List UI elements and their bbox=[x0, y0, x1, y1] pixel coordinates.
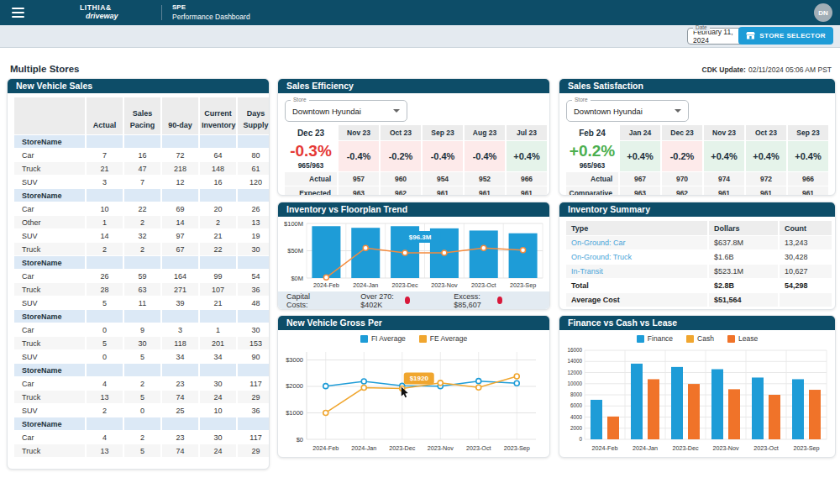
column-header: 90-day bbox=[162, 97, 198, 134]
row-value: 967 bbox=[620, 172, 660, 186]
month-header: Sep 23 bbox=[788, 125, 828, 140]
row-value: 954 bbox=[423, 172, 463, 186]
column-header: Type bbox=[566, 221, 707, 235]
svg-text:16000: 16000 bbox=[567, 347, 582, 353]
store-group-cell bbox=[238, 364, 270, 376]
column-header: Actual bbox=[87, 97, 123, 134]
store-group-row: StoreName bbox=[14, 256, 270, 269]
row-label: Expected bbox=[285, 186, 337, 196]
summary-row: In-Transit$523.1M10,627 bbox=[566, 265, 832, 278]
value-cell: 153 bbox=[238, 337, 270, 349]
panel-title: New Vehicle Sales bbox=[8, 79, 269, 93]
sales-efficiency-body: Store Downtown Hyundai Dec 23Nov 23Oct 2… bbox=[278, 93, 549, 196]
svg-text:2024-Feb: 2024-Feb bbox=[313, 281, 339, 289]
value-cell: 0 bbox=[87, 323, 123, 336]
store-dropdown[interactable]: Store Downtown Hyundai bbox=[566, 100, 689, 122]
menu-icon[interactable] bbox=[12, 8, 24, 18]
svg-text:$1000: $1000 bbox=[286, 409, 303, 417]
current-ratio: 965/963 bbox=[567, 161, 617, 170]
value-cell: 61 bbox=[238, 162, 270, 175]
row-label: Actual bbox=[285, 172, 337, 186]
store-group-cell bbox=[200, 364, 236, 376]
store-group-row: StoreName bbox=[14, 310, 270, 323]
date-field-label: Date bbox=[693, 25, 710, 31]
svg-text:2023-Sep: 2023-Sep bbox=[793, 444, 819, 452]
cdk-update-value: 02/11/2024 05:06 AM PST bbox=[748, 66, 832, 74]
svg-text:2023-Nov: 2023-Nov bbox=[712, 444, 739, 452]
toolbar: Date February 11, 2024 STORE SELECTOR bbox=[0, 25, 840, 48]
month-header: Oct 23 bbox=[746, 125, 786, 140]
svg-text:2023-Sep: 2023-Sep bbox=[510, 281, 536, 289]
value-cell: 2 bbox=[124, 243, 160, 255]
value-cell: 7 bbox=[124, 176, 160, 188]
value-cell: 69 bbox=[162, 202, 198, 215]
app-code: SPE bbox=[172, 4, 250, 11]
table-row: Truck286327110736 bbox=[14, 283, 270, 296]
column-header: Dollars bbox=[709, 221, 778, 235]
row-value: 974 bbox=[704, 172, 744, 186]
new-vehicle-sales-panel: New Vehicle Sales ActualSales Pacing 90-… bbox=[7, 78, 270, 470]
vehicle-type-cell: SUV bbox=[14, 404, 85, 417]
panel-title: Inventory Summary bbox=[559, 202, 835, 217]
table-row: Car422330117 bbox=[14, 377, 270, 390]
value-cell: 21 bbox=[87, 162, 123, 175]
table-row: Car093130 bbox=[14, 323, 270, 336]
month-header: Oct 23 bbox=[381, 125, 421, 140]
header-divider bbox=[161, 5, 162, 20]
value-cell: 24 bbox=[200, 444, 236, 457]
value-cell: 5 bbox=[87, 297, 123, 309]
svg-text:2023-Sep: 2023-Sep bbox=[504, 444, 530, 452]
row-value: 972 bbox=[746, 172, 786, 186]
sales-satisfaction-panel: Sales Satisfaction Store Downtown Hyunda… bbox=[559, 78, 836, 196]
svg-text:2023-Dec: 2023-Dec bbox=[389, 444, 416, 452]
summary-dollars-cell: $523.1M bbox=[709, 265, 778, 278]
over-270-label: Over 270: $402K bbox=[360, 292, 401, 309]
value-cell: 19 bbox=[238, 229, 270, 242]
value-cell: 67 bbox=[162, 243, 198, 255]
store-group-name: StoreName bbox=[14, 256, 85, 269]
svg-text:4000: 4000 bbox=[570, 414, 583, 420]
value-cell: 4 bbox=[87, 377, 123, 390]
legend-label: Cash bbox=[697, 334, 714, 343]
inventory-floorplan-chart[interactable]: $0M$50M$100M2024-Feb2024-Jan2023-Dec2023… bbox=[278, 217, 548, 291]
summary-type-cell[interactable]: On-Ground: Truck bbox=[566, 250, 707, 264]
table-row: Truck214721814861 bbox=[14, 162, 270, 175]
alert-dot-icon bbox=[497, 297, 502, 304]
value-cell: 23 bbox=[162, 431, 198, 444]
value-cell: 2 bbox=[124, 431, 160, 444]
gross-per-chart[interactable]: $0$1000$2000$30002024-Feb2024-Jan2023-De… bbox=[278, 345, 548, 454]
store-group-cell bbox=[238, 135, 270, 148]
row-label: Actual bbox=[566, 172, 618, 186]
store-group-name: StoreName bbox=[14, 310, 85, 323]
svg-text:2000: 2000 bbox=[570, 425, 583, 431]
summary-count-cell bbox=[780, 293, 832, 307]
avatar[interactable]: DN bbox=[814, 3, 832, 22]
value-cell: 10 bbox=[200, 404, 236, 417]
summary-dollars-cell: $637.8M bbox=[709, 236, 778, 249]
store-dropdown-value: Downtown Hyundai bbox=[292, 107, 361, 116]
metric-data-row: Expected963962961961961 bbox=[285, 186, 547, 196]
vehicle-type-cell: Truck bbox=[14, 444, 85, 457]
store-dropdown[interactable]: Store Downtown Hyundai bbox=[285, 100, 407, 122]
value-cell: 34 bbox=[162, 350, 198, 363]
svg-text:2023-Nov: 2023-Nov bbox=[428, 444, 454, 452]
value-cell: 2 bbox=[124, 216, 160, 228]
summary-type-cell[interactable]: On-Ground: Car bbox=[566, 236, 707, 249]
finance-cash-lease-chart[interactable]: 0200040006000800010000120001400016000202… bbox=[559, 345, 833, 454]
over-270-segment: Over 270: $402K bbox=[360, 292, 410, 309]
summary-type-cell[interactable]: In-Transit bbox=[566, 265, 707, 278]
store-selector-button[interactable]: STORE SELECTOR bbox=[738, 27, 833, 45]
legend-item: Finance bbox=[637, 334, 673, 343]
value-cell: 64 bbox=[200, 149, 236, 161]
svg-text:$0M: $0M bbox=[291, 275, 303, 282]
legend-swatch bbox=[637, 335, 644, 343]
table-header-row: ActualSales Pacing 90-dayCurrent Invento… bbox=[14, 97, 270, 134]
summary-row: On-Ground: Truck$1.6B30,428 bbox=[566, 250, 832, 264]
store-group-cell bbox=[238, 310, 270, 323]
svg-text:$3000: $3000 bbox=[286, 356, 303, 364]
svg-text:2024-Jan: 2024-Jan bbox=[633, 444, 658, 452]
store-group-row: StoreName bbox=[14, 135, 270, 148]
value-cell: 36 bbox=[238, 404, 270, 417]
month-pct-cell: +0.4% bbox=[704, 141, 744, 171]
store-group-cell bbox=[238, 256, 270, 269]
